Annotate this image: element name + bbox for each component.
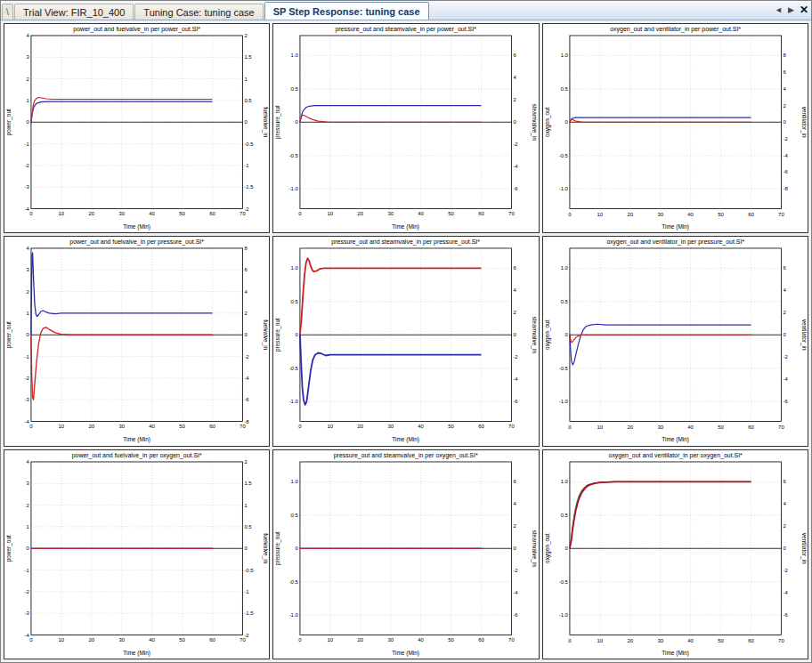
x-tick-label: 10 <box>328 637 334 643</box>
y-tick-label-right: 4 <box>783 86 786 92</box>
y-tick-label-right: 6 <box>783 479 786 484</box>
y-tick-label-left: 0.5 <box>560 513 568 518</box>
x-tick-label: 20 <box>627 424 633 430</box>
y-tick-label-right: -8 <box>783 186 788 191</box>
y-tick-label-left: 0.5 <box>291 513 299 518</box>
x-tick-label: 0 <box>29 424 33 430</box>
x-tick-label: 10 <box>328 212 334 217</box>
y-tick-label-left: 3 <box>27 481 30 486</box>
y-tick-label-right: 0.5 <box>244 98 252 103</box>
x-tick-label: 30 <box>118 212 125 217</box>
x-tick-label: 50 <box>449 212 455 217</box>
chart-title: oxygen_out and ventilator_in per oxygen_… <box>608 452 743 459</box>
y-tick-label-right: -0.5 <box>244 141 254 147</box>
x-tick-label: 70 <box>508 424 515 430</box>
x-tick-label: 40 <box>418 637 425 643</box>
chart-svg: 010203040506070-1.0-0.500.51.0-8-6-4-202… <box>543 24 808 232</box>
y-tick-label-left: -0.5 <box>558 153 568 158</box>
x-tick-label: 30 <box>388 212 394 217</box>
y-tick-label-right: -4 <box>783 153 788 158</box>
series-power_out <box>31 101 213 122</box>
y-tick-label-right: -6 <box>783 169 788 174</box>
x-tick-label: 60 <box>478 637 484 643</box>
y-tick-label-right: 2 <box>783 311 786 316</box>
chart-svg: 010203040506070-4-3-2-101234-2-1.5-1-0.5… <box>4 24 269 232</box>
scroll-right-icon[interactable]: ▶ <box>788 6 794 14</box>
x-tick-label: 20 <box>358 424 364 430</box>
x-tick-label: 30 <box>118 424 125 430</box>
close-icon[interactable]: ✕ <box>800 4 808 15</box>
y-tick-label-right: 1.5 <box>244 481 252 486</box>
y-tick-label-right: 0 <box>244 333 248 338</box>
y-tick-label-left: -1 <box>25 354 30 360</box>
x-tick-label: 0 <box>29 212 33 217</box>
app-window: \ Trial View: FIR_10_400Tuning Case: tun… <box>0 0 812 663</box>
tab-2[interactable]: Tuning Case: tuning case <box>134 4 263 20</box>
x-tick-label: 20 <box>627 212 633 217</box>
x-tick-label: 40 <box>418 212 425 217</box>
x-tick-label: 60 <box>748 424 754 430</box>
x-tick-label: 20 <box>88 637 94 643</box>
y-tick-label-right: -4 <box>244 376 249 381</box>
x-tick-label: 30 <box>118 637 125 643</box>
y-tick-label-left: 1.0 <box>291 53 299 58</box>
y-tick-label-right: -1.5 <box>244 184 254 190</box>
ylabel-left: oxygen_out <box>544 107 551 137</box>
xlabel: Time (Min) <box>123 437 150 444</box>
x-tick-label: 50 <box>718 424 724 430</box>
ylabel-left: pressure_out <box>274 319 281 352</box>
y-tick-label-right: 6 <box>783 266 786 271</box>
tab-3[interactable]: SP Step Response: tuning case <box>264 2 429 20</box>
x-tick-label: 70 <box>240 212 246 217</box>
tab-label: Trial View: FIR_10_400 <box>23 7 125 18</box>
x-tick-label: 30 <box>657 637 663 643</box>
x-tick-label: 40 <box>687 424 694 430</box>
y-tick-label-right: -6 <box>783 612 788 618</box>
y-tick-label-left: 0 <box>296 546 299 551</box>
x-tick-label: 50 <box>179 637 185 643</box>
x-tick-label: 20 <box>88 212 94 217</box>
y-tick-label-left: -3 <box>25 184 30 190</box>
charts-grid: 010203040506070-4-3-2-101234-2-1.5-1-0.5… <box>1 20 811 662</box>
series-ventilator_in <box>570 336 751 344</box>
x-tick-label: 60 <box>748 637 754 643</box>
y-tick-label-right: -6 <box>783 400 788 405</box>
y-tick-label-left: 2 <box>27 289 30 295</box>
y-tick-label-right: -2 <box>783 355 788 360</box>
y-tick-label-left: -0.5 <box>558 366 568 371</box>
y-tick-label-left: -1.0 <box>289 400 299 405</box>
y-tick-label-right: -0.5 <box>244 568 254 573</box>
tab-1[interactable]: Trial View: FIR_10_400 <box>14 4 134 20</box>
xlabel: Time (Min) <box>662 223 689 230</box>
y-tick-label-left: -0.5 <box>558 579 568 585</box>
chart-svg: 010203040506070-1.0-0.500.51.0-6-4-20246… <box>273 24 538 232</box>
y-tick-label-right: -6 <box>514 612 519 618</box>
y-tick-label-right: -4 <box>783 377 788 383</box>
series-ventilator_in <box>570 119 751 122</box>
series-steamvalve_in <box>300 336 482 406</box>
scroll-left-icon[interactable]: ◄ <box>775 6 783 14</box>
y-tick-label-left: 1.0 <box>560 266 568 271</box>
x-tick-label: 40 <box>149 637 155 643</box>
chart-title: oxygen_out and ventilator_in per pressur… <box>606 239 744 246</box>
y-tick-label-right: -6 <box>244 398 249 403</box>
x-tick-label: 20 <box>88 424 94 430</box>
tab-label: SP Step Response: tuning case <box>273 6 420 17</box>
ylabel-right: steamvalve_in <box>532 104 539 141</box>
xlabel: Time (Min) <box>393 437 420 444</box>
dock-handle-icon[interactable]: \ <box>2 4 13 20</box>
ylabel-right: steamvalve_in <box>532 317 539 354</box>
x-tick-label: 50 <box>179 424 185 430</box>
ylabel-right: fuelvalve_in <box>262 533 269 564</box>
ylabel-left: power_out <box>5 321 12 348</box>
y-tick-label-left: 1 <box>27 98 30 103</box>
y-tick-label-left: -1 <box>25 568 30 573</box>
ylabel-right: steamvalve_in <box>532 530 539 568</box>
chart-panel-3: 010203040506070-1.0-0.500.51.0-8-6-4-202… <box>542 23 808 233</box>
y-tick-label-left: -4 <box>25 206 30 212</box>
y-tick-label-right: 6 <box>244 268 248 273</box>
y-tick-label-right: 4 <box>783 288 786 294</box>
tab-label: Tuning Case: tuning case <box>143 7 254 18</box>
y-tick-label-left: -1.0 <box>289 186 299 191</box>
x-tick-label: 10 <box>597 212 603 217</box>
